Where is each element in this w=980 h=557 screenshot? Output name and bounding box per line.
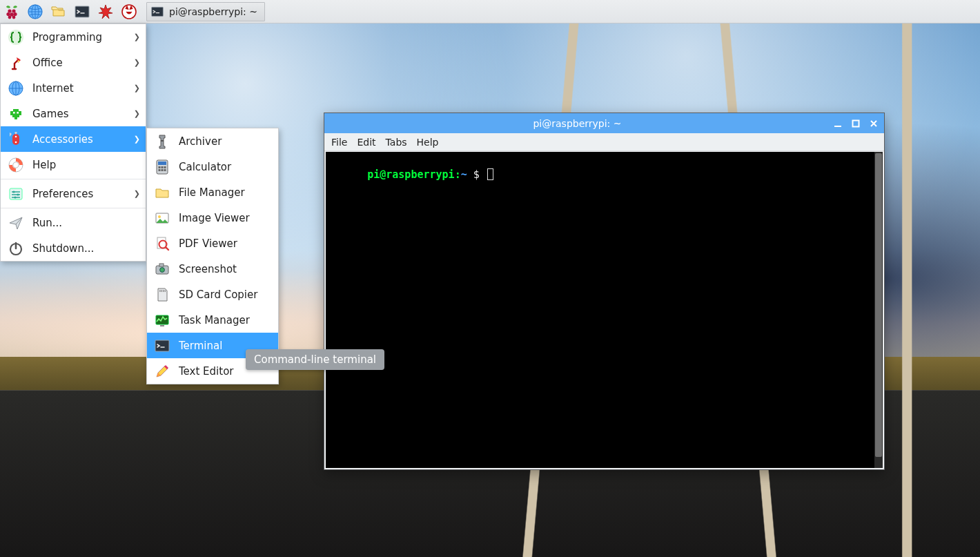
chevron-right-icon: ❯ (134, 189, 140, 198)
chevron-right-icon: ❯ (134, 135, 140, 144)
terminal-prompt-line: pi@raspberrypi:~ $ (326, 152, 883, 198)
submenu-item-sd-card-copier[interactable]: SD Card Copier (147, 282, 278, 307)
braces-icon (6, 29, 26, 46)
menu-item-games[interactable]: Games ❯ (1, 101, 146, 126)
menu-item-label: Internet (32, 82, 74, 95)
svg-rect-12 (853, 120, 859, 126)
menu-item-internet[interactable]: Internet ❯ (1, 75, 146, 101)
svg-rect-44 (159, 290, 161, 292)
terminal-viewport[interactable]: pi@raspberrypi:~ $ (326, 152, 883, 468)
paper-plane-icon (6, 215, 26, 231)
submenu-item-label: Task Manager (179, 314, 250, 326)
maximize-button[interactable] (850, 117, 862, 130)
submenu-item-image-viewer[interactable]: Image Viewer (147, 205, 278, 231)
terminal-cursor (487, 168, 493, 180)
alien-icon (6, 106, 26, 122)
menu-item-label: Preferences (32, 188, 93, 200)
svg-point-23 (13, 162, 19, 167)
svg-point-0 (8, 9, 11, 12)
menubar-file[interactable]: File (331, 137, 347, 148)
svg-rect-31 (159, 166, 161, 168)
submenu-item-task-manager[interactable]: Task Manager (147, 307, 278, 333)
prompt-userhost: pi@raspberrypi (367, 168, 454, 181)
svg-point-5 (8, 15, 12, 19)
svg-point-43 (160, 267, 165, 272)
camera-icon (153, 261, 172, 277)
tooltip-text: Command-line terminal (254, 353, 376, 366)
close-button[interactable] (868, 117, 880, 130)
svg-rect-19 (12, 134, 19, 145)
chevron-right-icon: ❯ (134, 32, 140, 41)
terminal-window[interactable]: pi@raspberrypi: ~ File Edit Tabs Help pi… (324, 113, 885, 470)
svg-rect-42 (159, 264, 164, 266)
submenu-item-label: Archiver (179, 135, 222, 148)
submenu-item-label: Text Editor (179, 365, 234, 378)
svg-point-2 (6, 12, 10, 15)
picture-icon (153, 210, 172, 226)
terminal-launcher[interactable] (72, 1, 92, 22)
sliders-icon (6, 186, 26, 202)
svg-point-1 (12, 9, 15, 12)
svg-rect-32 (161, 166, 164, 168)
svg-rect-9 (75, 6, 89, 17)
submenu-item-label: Calculator (179, 161, 231, 173)
menu-item-accessories[interactable]: Accessories ❯ (1, 126, 146, 152)
svg-point-6 (12, 15, 16, 19)
svg-rect-36 (164, 169, 166, 171)
menubar-tabs[interactable]: Tabs (386, 137, 407, 148)
tooltip: Command-line terminal (246, 349, 384, 370)
prompt-path: ~ (461, 168, 467, 181)
submenu-item-pdf-viewer[interactable]: PDF Viewer (147, 231, 278, 256)
menu-item-label: Run... (32, 217, 62, 229)
svg-point-25 (12, 190, 14, 193)
menu-item-run[interactable]: Run... (1, 210, 146, 235)
submenu-item-file-manager[interactable]: File Manager (147, 179, 278, 205)
svg-rect-50 (155, 340, 169, 351)
taskbar-window-button[interactable]: pi@raspberrypi: ~ (146, 2, 265, 21)
svg-point-20 (15, 135, 17, 137)
menu-item-preferences[interactable]: Preferences ❯ (1, 181, 146, 206)
magnifier-pdf-icon (153, 235, 172, 252)
power-icon (6, 240, 26, 257)
submenu-item-calculator[interactable]: Calculator (147, 154, 278, 179)
sd-card-icon (153, 286, 172, 303)
start-menu-button[interactable] (1, 1, 22, 22)
file-manager-launcher[interactable] (48, 1, 69, 22)
lamp-icon (6, 55, 26, 71)
menu-separator (1, 179, 146, 179)
wolfram-launcher[interactable] (119, 1, 139, 22)
menu-item-programming[interactable]: Programming ❯ (1, 24, 146, 50)
svg-rect-30 (158, 162, 166, 165)
chevron-right-icon: ❯ (134, 58, 140, 67)
menu-item-label: Programming (32, 31, 102, 43)
menu-item-label: Shutdown... (32, 242, 94, 255)
window-titlebar[interactable]: pi@raspberrypi: ~ (324, 113, 884, 133)
svg-point-21 (15, 141, 17, 143)
submenu-item-archiver[interactable]: Archiver (147, 128, 278, 154)
menubar-edit[interactable]: Edit (357, 137, 375, 148)
menu-item-shutdown[interactable]: Shutdown... (1, 235, 146, 261)
menubar-help[interactable]: Help (417, 137, 439, 148)
menu-item-help[interactable]: Help (1, 152, 146, 177)
menu-item-label: Games (32, 108, 68, 120)
taskbar: pi@raspberrypi: ~ (0, 0, 980, 23)
submenu-item-screenshot[interactable]: Screenshot (147, 256, 278, 282)
globe-icon (6, 80, 26, 97)
svg-point-14 (18, 60, 20, 62)
monitor-graph-icon (153, 312, 172, 329)
terminal-scrollbar[interactable] (874, 152, 883, 468)
menu-item-office[interactable]: Office ❯ (1, 50, 146, 75)
accessories-submenu: Archiver Calculator File Manager Image V… (146, 128, 279, 384)
web-browser-launcher[interactable] (25, 1, 46, 22)
chevron-right-icon: ❯ (134, 84, 140, 92)
svg-rect-45 (161, 290, 163, 292)
terminal-scrollbar-thumb[interactable] (875, 153, 882, 457)
mathematica-launcher[interactable] (95, 1, 116, 22)
application-menu: Programming ❯ Office ❯ Internet ❯ Games … (0, 23, 146, 262)
minimize-button[interactable] (832, 117, 844, 130)
globe-icon (27, 3, 43, 20)
svg-point-27 (14, 196, 16, 198)
menu-item-label: Office (32, 57, 63, 69)
svg-point-4 (13, 12, 17, 15)
submenu-item-label: Terminal (179, 340, 222, 352)
